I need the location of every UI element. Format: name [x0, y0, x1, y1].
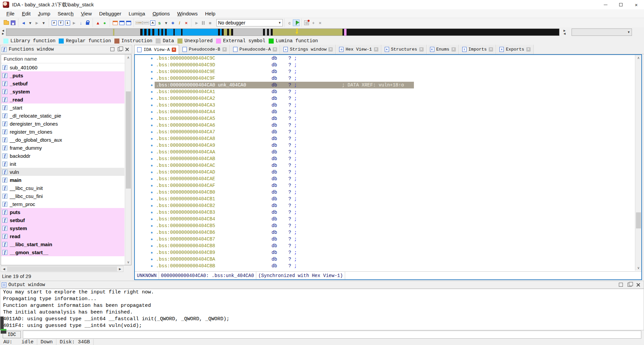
splitter-handle[interactable]: [1, 329, 6, 334]
disasm-row[interactable]: .bss:0000000000404C9Edb?;: [135, 68, 635, 75]
back-dropdown-icon[interactable]: ▾: [27, 19, 34, 26]
idc-command-input[interactable]: [23, 331, 641, 339]
disasm-row[interactable]: .bss:0000000000404CA8db?;: [135, 135, 635, 142]
scroll-down-icon[interactable]: ∨: [635, 265, 642, 271]
make-ascii-icon[interactable]: A: [149, 19, 156, 26]
menu-help[interactable]: Help: [201, 10, 219, 17]
search-again-icon[interactable]: ►: [71, 19, 77, 26]
menu-edit[interactable]: Edit: [18, 10, 34, 17]
tab-close-icon[interactable]: ×: [172, 48, 176, 52]
function-row[interactable]: fregister_tm_clones: [1, 128, 124, 136]
disasm-row[interactable]: .bss:0000000000404C9Cdb?;: [135, 55, 635, 62]
sequence-search-icon[interactable]: 1: [64, 19, 71, 26]
function-row[interactable]: f_puts: [1, 71, 124, 79]
scroll-left-icon[interactable]: ◀: [1, 266, 7, 272]
text-search-icon[interactable]: T: [57, 19, 64, 26]
disasm-row[interactable]: .bss:0000000000404C9Fdb?;: [135, 75, 635, 82]
output-close-icon[interactable]: [636, 283, 640, 287]
tab-strings-window[interactable]: sStrings window×: [281, 45, 336, 54]
disasm-row[interactable]: .bss:0000000000404CB7db?;: [135, 236, 635, 243]
menu-file[interactable]: File: [3, 10, 18, 17]
tab-ida-view-a[interactable]: IDA View-A×: [134, 45, 179, 54]
tab-imports[interactable]: IImports×: [460, 45, 496, 54]
minimize-button[interactable]: [598, 0, 613, 9]
tab-close-icon[interactable]: ×: [489, 47, 493, 52]
debugger-selector-combo[interactable]: No debugger▼: [216, 19, 283, 26]
make-code-icon[interactable]: CODE: [136, 19, 143, 26]
disasm-row[interactable]: .bss:0000000000404CB8db?;: [135, 243, 635, 249]
scroll-down-icon[interactable]: ∨: [125, 259, 131, 265]
functions-column-header[interactable]: Function name: [1, 55, 131, 63]
autoanalysis-indicator-icon[interactable]: ●: [101, 19, 108, 26]
disasm-row[interactable]: .bss:0000000000404CA7db?;: [135, 129, 635, 135]
undefine-icon[interactable]: ×: [183, 19, 190, 26]
disasm-row[interactable]: .bss:0000000000404CA1db?;: [135, 88, 635, 95]
functions-horizontal-scrollbar[interactable]: ◀ ▶: [1, 266, 123, 272]
function-row[interactable]: f_read: [1, 95, 124, 104]
disasm-row[interactable]: .bss:0000000000404C9Ddb?;: [135, 62, 635, 68]
scroll-right-icon[interactable]: ▶: [117, 266, 123, 272]
forward-dropdown-icon[interactable]: ▾: [40, 19, 47, 26]
disasm-row[interactable]: .bss:0000000000404CB4db?;: [135, 216, 635, 222]
navband-range-combo[interactable]: ▼: [572, 28, 632, 36]
navigate-back-icon[interactable]: ◄: [20, 19, 27, 26]
menu-search[interactable]: Search: [54, 10, 77, 17]
function-row[interactable]: f__gmon_start__: [1, 248, 124, 256]
edit-comment-icon[interactable]: /: [176, 19, 183, 26]
function-row[interactable]: fbackoddr: [1, 152, 124, 160]
disassembly-vertical-scrollbar[interactable]: ∧ ∨: [635, 55, 641, 271]
tab-close-icon[interactable]: ×: [222, 47, 227, 52]
disasm-row[interactable]: .bss:0000000000404CA5db?;: [135, 115, 635, 122]
close-button[interactable]: ×: [629, 0, 644, 9]
chain-lock-icon[interactable]: [84, 19, 91, 26]
function-row[interactable]: f__libc_csu_fini: [1, 192, 124, 200]
disasm-row[interactable]: .bss:0000000000404CA9db?;: [135, 142, 635, 149]
make-data-icon[interactable]: DATA: [143, 19, 149, 26]
disasm-row[interactable]: .bss:0000000000404CADdb?;: [135, 169, 635, 176]
delete-breakpoint-icon[interactable]: ×: [317, 19, 323, 26]
disassembly-scroll-thumb[interactable]: [636, 212, 641, 228]
disasm-row[interactable]: .bss:0000000000404CB1db?;: [135, 196, 635, 202]
tab-pseudocode-b[interactable]: Pseudocode-B×: [180, 45, 230, 54]
functions-maximize-icon[interactable]: [110, 47, 114, 51]
windows-list-icon[interactable]: [112, 19, 118, 26]
make-string-icon[interactable]: s: [156, 19, 163, 26]
function-row[interactable]: f__libc_csu_init: [1, 184, 124, 192]
debugger-run-icon[interactable]: ►: [193, 19, 200, 26]
menu-jump[interactable]: Jump: [34, 10, 54, 17]
start-process-icon[interactable]: [293, 19, 300, 26]
disasm-row[interactable]: .bss:0000000000404CA3db?;: [135, 102, 635, 109]
menu-windows[interactable]: Windows: [173, 10, 201, 17]
tab-close-icon[interactable]: ×: [419, 47, 424, 52]
disasm-row[interactable]: .bss:0000000000404CB3db?;: [135, 209, 635, 216]
tab-close-icon[interactable]: ×: [526, 47, 531, 52]
navband-scroll-right-icon[interactable]: ▶: [2, 32, 4, 35]
tab-pseudocode-a[interactable]: Pseudocode-A×: [230, 45, 280, 54]
disasm-row[interactable]: .bss:0000000000404CAFdb?;: [135, 182, 635, 189]
tab-structures[interactable]: AStructures×: [382, 45, 427, 54]
names-window-icon[interactable]: #: [51, 19, 57, 26]
open-file-icon[interactable]: [3, 19, 10, 26]
tab-enums[interactable]: EEnums×: [427, 45, 459, 54]
save-icon[interactable]: [10, 19, 16, 26]
functions-close-icon[interactable]: [125, 47, 129, 51]
navband-zoom-in-icon[interactable]: ▶: [564, 29, 566, 32]
disasm-row[interactable]: .bss:0000000000404CAEdb?;: [135, 176, 635, 182]
tab-hex-view-1[interactable]: OHex View-1×: [336, 45, 381, 54]
tab-close-icon[interactable]: ×: [273, 47, 277, 52]
function-row[interactable]: f__do_global_dtors_aux: [1, 136, 124, 144]
function-row[interactable]: f__libc_start_main: [1, 240, 124, 248]
error-list-icon[interactable]: ▲: [95, 19, 101, 26]
tab-close-icon[interactable]: ×: [451, 47, 456, 52]
disasm-row[interactable]: .bss:0000000000404CACdb?;: [135, 162, 635, 169]
disasm-row[interactable]: .bss:0000000000404CABdb?;: [135, 155, 635, 162]
disasm-row[interactable]: .bss:0000000000404CA0db?;unk_404CA0; DAT…: [135, 82, 635, 88]
output-float-icon[interactable]: [628, 283, 632, 287]
debugger-stop-icon[interactable]: ■: [207, 19, 213, 26]
function-row[interactable]: fsub_401060: [1, 63, 124, 71]
function-row[interactable]: fputs: [1, 208, 124, 216]
add-breakpoint-icon[interactable]: +: [310, 19, 317, 26]
functions-window-titlebar[interactable]: f Functions window: [0, 45, 132, 54]
disasm-row[interactable]: .bss:0000000000404CB6db?;: [135, 229, 635, 236]
navband-scroll-left-icon[interactable]: ◀: [2, 29, 4, 32]
